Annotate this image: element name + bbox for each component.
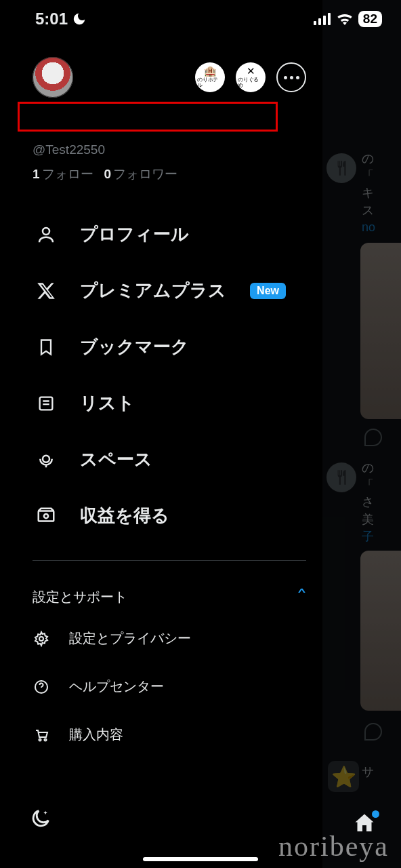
svg-rect-0 bbox=[314, 21, 316, 25]
new-badge: New bbox=[250, 283, 286, 299]
cellular-icon bbox=[314, 13, 331, 25]
svg-point-12 bbox=[45, 738, 47, 741]
profile-avatar[interactable] bbox=[33, 57, 73, 98]
wifi-icon bbox=[337, 13, 353, 25]
svg-point-4 bbox=[43, 228, 49, 235]
nav-monetization[interactable]: 収益を得る bbox=[35, 488, 306, 544]
sub-label: 設定とプライバシー bbox=[69, 629, 191, 648]
notification-dot bbox=[372, 810, 379, 818]
svg-rect-3 bbox=[328, 13, 331, 25]
home-tab[interactable] bbox=[352, 811, 377, 835]
money-icon bbox=[35, 505, 57, 527]
moon-sparkle-icon bbox=[29, 807, 52, 830]
account-switch-gourmet[interactable]: ✕ のりぐるめ bbox=[236, 62, 266, 92]
svg-point-11 bbox=[39, 738, 41, 741]
follow-stats[interactable]: 1フォロー 0フォロワー bbox=[0, 159, 322, 190]
chevron-up-icon: ˄ bbox=[296, 587, 308, 608]
mic-icon bbox=[35, 449, 57, 471]
sub-label: 購入内容 bbox=[69, 726, 123, 744]
status-time: 5:01 bbox=[35, 9, 68, 28]
moon-icon bbox=[72, 12, 87, 26]
settings-section-toggle[interactable]: 設定とサポート ˄ bbox=[33, 583, 306, 614]
sub-label: ヘルプセンター bbox=[69, 677, 164, 696]
list-icon bbox=[35, 393, 57, 414]
person-icon bbox=[35, 224, 57, 245]
account-switch-hotel[interactable]: 🏨 のりホテル bbox=[195, 62, 225, 92]
bookmark-icon bbox=[35, 336, 57, 358]
nav-label: リスト bbox=[80, 391, 135, 415]
svg-point-9 bbox=[39, 637, 43, 641]
home-indicator bbox=[143, 857, 258, 861]
ellipsis-icon bbox=[284, 76, 299, 79]
nav-label: スペース bbox=[80, 448, 152, 471]
nav-lists[interactable]: リスト bbox=[35, 375, 306, 431]
purchases[interactable]: 購入内容 bbox=[33, 711, 306, 759]
utensils-icon: ✕ bbox=[247, 66, 255, 76]
gear-icon bbox=[33, 630, 50, 648]
svg-point-6 bbox=[43, 455, 49, 462]
hotel-icon: 🏨 bbox=[204, 66, 217, 76]
account-label: のりぐるめ bbox=[238, 77, 263, 87]
nav-premium[interactable]: プレミアムプラス New bbox=[35, 262, 306, 319]
nav-profile[interactable]: プロフィール bbox=[35, 206, 306, 262]
settings-privacy[interactable]: 設定とプライバシー bbox=[33, 614, 306, 663]
nav-label: プロフィール bbox=[80, 222, 189, 246]
following-stat[interactable]: 1フォロー bbox=[33, 165, 93, 183]
highlight-box bbox=[18, 102, 278, 132]
user-handle[interactable]: @Test22550 bbox=[0, 130, 322, 159]
battery-indicator: 82 bbox=[358, 11, 382, 27]
nav-label: ブックマーク bbox=[80, 335, 189, 359]
nav-bookmarks[interactable]: ブックマーク bbox=[35, 319, 306, 375]
svg-rect-1 bbox=[318, 18, 321, 25]
navigation-drawer: 5:01 82 🏨 のりホテル ✕ のりぐるめ bbox=[0, 0, 322, 868]
x-icon bbox=[35, 280, 57, 302]
nav-label: 収益を得る bbox=[80, 504, 169, 528]
svg-rect-7 bbox=[39, 511, 54, 521]
svg-rect-2 bbox=[323, 16, 326, 25]
nav-label: プレミアムプラス bbox=[80, 279, 226, 302]
followers-stat[interactable]: 0フォロワー bbox=[104, 165, 178, 183]
help-icon bbox=[33, 678, 50, 696]
more-accounts-button[interactable] bbox=[276, 62, 306, 92]
svg-point-8 bbox=[44, 513, 48, 517]
status-bar: 5:01 82 bbox=[0, 0, 401, 38]
nav-spaces[interactable]: スペース bbox=[35, 431, 306, 488]
help-center[interactable]: ヘルプセンター bbox=[33, 663, 306, 711]
account-label: のりホテル bbox=[197, 77, 222, 87]
cart-icon bbox=[33, 726, 50, 744]
theme-toggle[interactable] bbox=[27, 805, 54, 832]
section-title: 設定とサポート bbox=[33, 588, 127, 606]
